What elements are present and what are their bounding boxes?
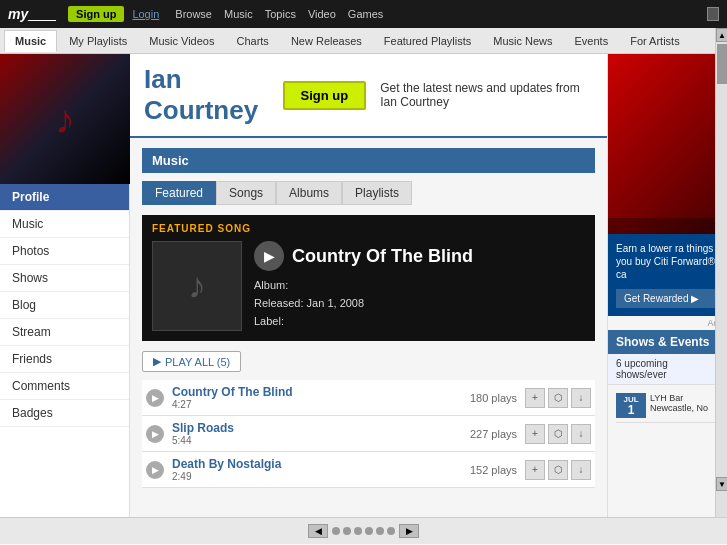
profile-header: Ian Courtney Sign up Get the latest news… xyxy=(130,54,607,138)
show-venue-info: LYH Bar Newcastle, No xyxy=(650,393,708,418)
show-date-box: JUL 1 xyxy=(616,393,646,418)
right-scrollbar[interactable]: ▲ ▼ xyxy=(715,28,727,518)
sidebar-item-shows[interactable]: Shows xyxy=(0,265,129,292)
tab-featured[interactable]: Featured xyxy=(142,181,216,205)
song-share-button[interactable]: ⬡ xyxy=(548,388,568,408)
tab-albums[interactable]: Albums xyxy=(276,181,342,205)
tab-playlists[interactable]: Playlists xyxy=(342,181,412,205)
music-section-header: Music xyxy=(142,148,595,173)
sidebar-item-music[interactable]: Music xyxy=(0,211,129,238)
play-all-icon: ▶ xyxy=(153,355,161,368)
featured-song-box: FEATURED SONG ♪ ▶ Country Of The Blind A… xyxy=(142,215,595,341)
citi-promo-text: Earn a lower ra things you buy Citi Forw… xyxy=(616,242,719,281)
music-tabs: Featured Songs Albums Playlists xyxy=(142,181,595,205)
secnav-music[interactable]: Music xyxy=(4,30,57,52)
featured-label-info: Label: xyxy=(254,315,585,327)
sidebar-item-friends[interactable]: Friends xyxy=(0,346,129,373)
sidebar-item-stream[interactable]: Stream xyxy=(0,319,129,346)
bottom-scroll-left[interactable]: ◀ xyxy=(308,524,328,538)
sidebar: ♪ Profile Music Photos Shows Blog Stream… xyxy=(0,54,130,544)
sidebar-item-photos[interactable]: Photos xyxy=(0,238,129,265)
top-login-button[interactable]: Login xyxy=(132,8,159,20)
shows-list: JUL 1 LYH Bar Newcastle, No xyxy=(608,385,727,427)
top-nav-browse[interactable]: Browse xyxy=(175,8,212,20)
secnav-my-playlists[interactable]: My Playlists xyxy=(59,31,137,51)
citi-promotion: Earn a lower ra things you buy Citi Forw… xyxy=(608,234,727,316)
song-share-button[interactable]: ⬡ xyxy=(548,424,568,444)
play-all-button[interactable]: ▶ PLAY ALL (5) xyxy=(142,351,241,372)
top-nav-links: Browse Music Topics Video Games xyxy=(175,8,383,20)
sidebar-item-comments[interactable]: Comments xyxy=(0,373,129,400)
artist-image: ♪ xyxy=(0,54,130,184)
artist-name: Ian Courtney xyxy=(144,64,269,126)
secnav-featured-playlists[interactable]: Featured Playlists xyxy=(374,31,481,51)
top-nav-games[interactable]: Games xyxy=(348,8,383,20)
shows-events-header: Shows & Events xyxy=(608,330,727,354)
top-nav-music[interactable]: Music xyxy=(224,8,253,20)
top-nav-video[interactable]: Video xyxy=(308,8,336,20)
bottom-navigation-bar: ◀ ▶ xyxy=(0,517,727,544)
get-rewarded-button[interactable]: Get Rewarded ▶ xyxy=(616,289,719,308)
secnav-music-videos[interactable]: Music Videos xyxy=(139,31,224,51)
upcoming-shows-count: 6 upcoming shows/ever xyxy=(608,354,727,385)
show-location: Newcastle, No xyxy=(650,403,708,413)
song-play-button[interactable]: ▶ xyxy=(146,425,164,443)
song-play-button[interactable]: ▶ xyxy=(146,461,164,479)
featured-song-info: ▶ Country Of The Blind Album: Released: … xyxy=(254,241,585,331)
featured-play-button[interactable]: ▶ xyxy=(254,241,284,271)
song-download-button[interactable]: ↓ xyxy=(571,388,591,408)
nav-dot xyxy=(332,527,340,535)
music-section: Music Featured Songs Albums Playlists FE… xyxy=(130,138,607,498)
scroll-thumb[interactable] xyxy=(717,44,727,84)
nav-dot xyxy=(387,527,395,535)
song-actions: + ⬡ ↓ xyxy=(525,424,591,444)
secondary-navigation: Music My Playlists Music Videos Charts N… xyxy=(0,28,727,54)
song-download-button[interactable]: ↓ xyxy=(571,424,591,444)
song-add-button[interactable]: + xyxy=(525,424,545,444)
song-duration: 4:27 xyxy=(172,399,439,410)
profile-tagline: Get the latest news and updates from Ian… xyxy=(380,81,593,109)
music-note-icon: ♪ xyxy=(188,265,206,307)
featured-song-title: Country Of The Blind xyxy=(292,246,473,267)
tab-songs[interactable]: Songs xyxy=(216,181,276,205)
nav-dot xyxy=(365,527,373,535)
table-row: ▶ Slip Roads 5:44 227 plays + ⬡ ↓ xyxy=(142,416,595,452)
song-title[interactable]: Country Of The Blind xyxy=(172,385,439,399)
secnav-events[interactable]: Events xyxy=(565,31,619,51)
secnav-charts[interactable]: Charts xyxy=(226,31,278,51)
show-item: JUL 1 LYH Bar Newcastle, No xyxy=(616,389,719,423)
show-venue-name: LYH Bar xyxy=(650,393,708,403)
profile-signup-button[interactable]: Sign up xyxy=(283,81,367,110)
table-row: ▶ Country Of The Blind 4:27 180 plays + … xyxy=(142,380,595,416)
secnav-new-releases[interactable]: New Releases xyxy=(281,31,372,51)
top-nav-topics[interactable]: Topics xyxy=(265,8,296,20)
song-download-button[interactable]: ↓ xyxy=(571,460,591,480)
song-info: Death By Nostalgia 2:49 xyxy=(172,457,439,482)
song-title[interactable]: Slip Roads xyxy=(172,421,439,435)
nav-dot xyxy=(343,527,351,535)
table-row: ▶ Death By Nostalgia 2:49 152 plays + ⬡ … xyxy=(142,452,595,488)
bottom-scroll-right[interactable]: ▶ xyxy=(399,524,419,538)
scroll-down-arrow[interactable]: ▼ xyxy=(716,477,727,491)
top-scrollbar[interactable] xyxy=(707,7,719,21)
secnav-for-artists[interactable]: For Artists xyxy=(620,31,690,51)
song-add-button[interactable]: + xyxy=(525,388,545,408)
scroll-up-arrow[interactable]: ▲ xyxy=(716,28,727,42)
song-list: ▶ Country Of The Blind 4:27 180 plays + … xyxy=(142,380,595,488)
song-title[interactable]: Death By Nostalgia xyxy=(172,457,439,471)
play-all-label: PLAY ALL (5) xyxy=(165,356,230,368)
song-plays: 180 plays xyxy=(447,392,517,404)
song-play-button[interactable]: ▶ xyxy=(146,389,164,407)
right-ad-image xyxy=(608,54,727,234)
sidebar-item-blog[interactable]: Blog xyxy=(0,292,129,319)
artist-image-graphic: ♪ xyxy=(55,97,75,142)
song-info: Country Of The Blind 4:27 xyxy=(172,385,439,410)
sidebar-item-profile[interactable]: Profile xyxy=(0,184,129,211)
secnav-music-news[interactable]: Music News xyxy=(483,31,562,51)
sidebar-item-badges[interactable]: Badges xyxy=(0,400,129,427)
song-share-button[interactable]: ⬡ xyxy=(548,460,568,480)
top-signup-button[interactable]: Sign up xyxy=(68,6,124,22)
song-add-button[interactable]: + xyxy=(525,460,545,480)
nav-dot xyxy=(376,527,384,535)
main-layout: ♪ Profile Music Photos Shows Blog Stream… xyxy=(0,54,727,544)
